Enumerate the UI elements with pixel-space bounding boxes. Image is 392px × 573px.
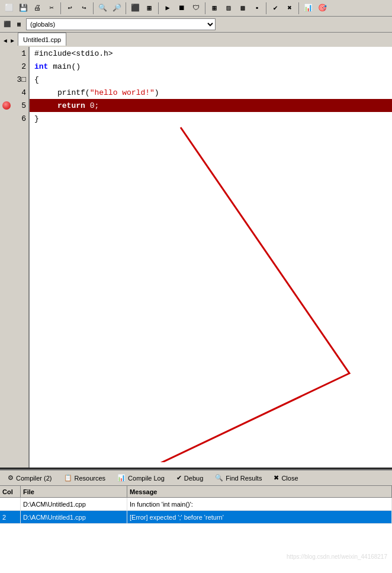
tab-compilelog[interactable]: 📊 Compile Log <box>112 472 170 485</box>
debug-tab-label: Debug <box>184 475 203 482</box>
tab-resources[interactable]: 📋 Resources <box>59 472 111 485</box>
toolbar-sep-6 <box>266 2 266 14</box>
toolbar-icon-16[interactable]: ▩ <box>236 2 249 15</box>
tab-findresults[interactable]: 🔍 Find Results <box>210 472 267 485</box>
code-line-5: return 0; <box>30 99 392 112</box>
toolbar-icon-11[interactable]: ▶ <box>161 2 174 15</box>
header-file: File <box>21 486 127 497</box>
code-line-2: int main() <box>30 60 392 73</box>
findresults-tab-label: Find Results <box>226 475 262 482</box>
results-row-2[interactable]: 2 D:\ACM\Untitled1.cpp [Error] expected … <box>0 511 392 524</box>
code-line-3: { <box>30 73 392 86</box>
row1-message: In function 'int main()': <box>127 498 392 510</box>
tab-close[interactable]: ✖ Close <box>268 472 303 485</box>
close-tab-icon: ✖ <box>274 474 279 482</box>
toolbar-icon-7[interactable]: 🔍 <box>96 2 109 15</box>
toolbar-sep-5 <box>205 2 205 14</box>
line-num-6: 6 <box>0 112 28 125</box>
header-message: Message <box>127 486 392 497</box>
line-num-2: 2 <box>0 60 28 73</box>
tab-untitled1[interactable]: Untitled1.cpp <box>18 33 66 46</box>
toolbar-icon-10[interactable]: ▦ <box>143 2 156 15</box>
row2-message: [Error] expected ';' before 'return' <box>127 511 392 523</box>
results-table-header: Col File Message <box>0 486 392 498</box>
tab-nav: ◄ ► <box>0 37 18 46</box>
toolbar-icon-5[interactable]: ↩ <box>63 2 76 15</box>
toolbar-icon-21[interactable]: 🎯 <box>316 2 329 15</box>
resources-tab-label: Resources <box>75 475 106 482</box>
debug-tab-icon: ✔ <box>176 474 182 482</box>
row2-col: 2 <box>0 511 21 523</box>
resources-tab-icon: 📋 <box>64 474 72 482</box>
row1-col <box>0 498 21 510</box>
compilelog-tab-label: Compile Log <box>128 475 165 482</box>
code-area[interactable]: #include<stdio.h> int main() { printf("h… <box>30 47 392 468</box>
tab-prev-icon[interactable]: ◄ <box>2 37 8 46</box>
tab-debug[interactable]: ✔ Debug <box>171 472 208 485</box>
tab-bar: ◄ ► Untitled1.cpp <box>0 33 392 47</box>
scope-dropdown[interactable]: (globals) <box>26 18 216 30</box>
line-num-5: 5 <box>0 99 28 112</box>
close-tab-label: Close <box>281 475 298 482</box>
toolbar-icon-9[interactable]: ⬛ <box>128 2 142 15</box>
results-row-1[interactable]: D:\ACM\Untitled1.cpp In function 'int ma… <box>0 498 392 511</box>
toolbar-sep-1 <box>60 2 61 14</box>
header-col: Col <box>0 486 21 497</box>
toolbar-sep-7 <box>298 2 299 14</box>
toolbar-sep-3 <box>126 2 126 14</box>
toolbar-icon-15[interactable]: ▨ <box>222 2 235 15</box>
row1-file: D:\ACM\Untitled1.cpp <box>21 498 127 510</box>
line-num-1: 1 <box>0 47 28 60</box>
toolbar-row1: ⬜ 💾 🖨 ✂ ↩ ↪ 🔍 🔎 ⬛ ▦ ▶ ⏹ 🛡 ▦ ▨ ▩ ▪ ✔ ✖ 📊 … <box>0 0 392 17</box>
line-num-3: 3□ <box>0 73 28 86</box>
toolbar-icon-13[interactable]: 🛡 <box>189 2 203 15</box>
toolbar-sep-4 <box>158 2 159 14</box>
line-num-4: 4 <box>0 86 28 99</box>
toolbar-sep-2 <box>93 2 94 14</box>
tab-next-icon[interactable]: ► <box>9 37 15 46</box>
toolbar-icon-14[interactable]: ▦ <box>208 2 221 15</box>
row2-file: D:\ACM\Untitled1.cpp <box>21 511 127 523</box>
watermark: https://blog.csdn.net/weixin_44168217 <box>287 553 387 560</box>
findresults-tab-icon: 🔍 <box>215 474 223 482</box>
compiler-tab-label: Compiler (2) <box>16 475 52 482</box>
toolbar-icon-12[interactable]: ⏹ <box>175 2 188 15</box>
compilelog-tab-icon: 📊 <box>117 474 126 482</box>
toolbar-icon-3[interactable]: 🖨 <box>31 2 44 15</box>
toolbar-icon-2[interactable]: 💾 <box>17 2 30 15</box>
tab-label: Untitled1.cpp <box>23 36 61 43</box>
toolbar-icon-18[interactable]: ✔ <box>269 2 282 15</box>
toolbar-icon-6[interactable]: ↪ <box>78 2 91 15</box>
toolbar-row2: ⬛ ▦ (globals) <box>0 17 392 32</box>
toolbar-icon-4[interactable]: ✂ <box>45 2 58 15</box>
code-line-1: #include<stdio.h> <box>30 47 392 60</box>
toolbar-icon-20[interactable]: 📊 <box>301 2 314 15</box>
code-line-4: printf("hello world!") <box>30 86 392 99</box>
toolbar-icon-17[interactable]: ▪ <box>250 2 264 15</box>
toolbar-small-2[interactable]: ▦ <box>14 20 24 29</box>
breakpoint-icon <box>2 101 11 110</box>
code-line-6: } <box>30 112 392 125</box>
tab-compiler[interactable]: ⚙ Compiler (2) <box>2 472 57 485</box>
compiler-tab-icon: ⚙ <box>8 474 14 482</box>
line-numbers: 1 2 3□ 4 5 6 <box>0 47 30 468</box>
editor-container: 1 2 3□ 4 5 6 #include<stdio.h> int main(… <box>0 47 392 468</box>
toolbar-icon-1[interactable]: ⬜ <box>2 2 15 15</box>
toolbar-icon-19[interactable]: ✖ <box>283 2 296 15</box>
bottom-tab-bar: ⚙ Compiler (2) 📋 Resources 📊 Compile Log… <box>0 470 392 486</box>
toolbar-small-1[interactable]: ⬛ <box>2 20 12 29</box>
toolbar-icon-8[interactable]: 🔎 <box>110 2 123 15</box>
